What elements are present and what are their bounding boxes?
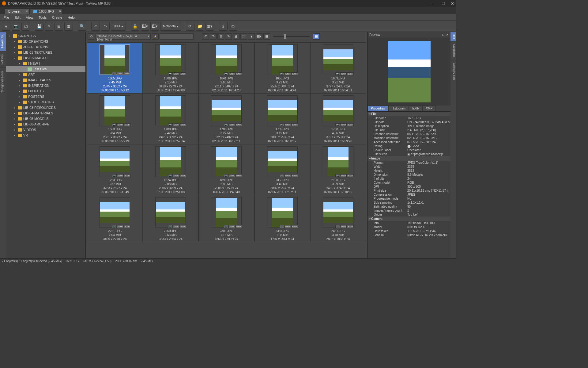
expand-icon[interactable]: ▸ [13, 128, 17, 131]
maximize-button[interactable]: ☐ [442, 1, 445, 6]
thumbnail-cell[interactable]: 📷GNPEXIF1605.JPG2.45 MiB2375 x 3562 x 24… [87, 42, 143, 93]
addr-button[interactable]: ✎ [225, 33, 232, 40]
thumbnail-cell[interactable]: 📷GNPEXIF2309.JPG1.13 MiB1866 x 2799 x 24 [198, 195, 254, 242]
expand-icon[interactable]: ▸ [13, 112, 17, 115]
thumbnail-cell[interactable]: 📷GNPEXIF2130.JPG3.99 MiB2495 x 3743 x 24… [310, 144, 366, 195]
thumbnail-cell[interactable]: 📷GNPEXIF1793.JPG3.37 MiB3783 x 2522 x 24… [87, 144, 143, 195]
addr-button[interactable]: ▼ [248, 33, 255, 40]
doc-tab[interactable]: Browser✕ [5, 8, 29, 14]
expand-icon[interactable]: ▸ [13, 117, 17, 120]
tree-node[interactable]: ▾GRAPHICS [6, 33, 85, 39]
prop-tab-xmp[interactable]: XMP [422, 105, 436, 111]
expand-icon[interactable]: ▾ [8, 35, 12, 37]
expand-icon[interactable]: ▾ [13, 57, 17, 59]
toolbar-button[interactable]: 📁 [196, 22, 204, 31]
expand-icon[interactable]: ▸ [13, 123, 17, 126]
sidetab-category-sets[interactable]: Category Sets [450, 60, 456, 83]
toolbar-button[interactable]: ✎ [45, 22, 53, 31]
expand-icon[interactable]: ▾ [18, 62, 21, 65]
tree-node[interactable]: ▸INSPIRATION [6, 83, 85, 88]
thumbnail-cell[interactable]: 📷GNPEXIF2451.JPG3.70 MiB2802 x 1868 x 24 [310, 195, 366, 242]
addr-button[interactable]: 🗑 [233, 33, 239, 40]
toolbar-button[interactable]: Metadata ▾ [160, 22, 181, 31]
addr-button[interactable]: ↷ [210, 33, 217, 40]
tree-node[interactable]: ▾LIB-02-IMAGES [6, 55, 85, 61]
addr-button[interactable]: ⬚ [240, 33, 247, 40]
sidetab-folders[interactable]: Folders [0, 51, 6, 67]
thumbnail-cell[interactable]: 📷GNPEXIF1606.JPG2.15 MiB3419 x 2279 x 24… [143, 42, 198, 93]
menu-create[interactable]: Create [52, 16, 62, 19]
path-dropdown[interactable]: 'HICS\LIB-02-IMAGES\[ NEW ]\Test Pics\ [96, 33, 151, 40]
addr-button[interactable]: ↶ [202, 33, 209, 40]
tree-node[interactable]: ▸VR [6, 132, 85, 138]
tree-node[interactable]: ▸2D-CREATIONS [6, 39, 85, 44]
tree-node[interactable]: ▾[ NEW ] [6, 61, 85, 66]
menu-help[interactable]: Help [68, 16, 75, 19]
tree-node[interactable]: ▸VIDEOS [6, 127, 85, 132]
thumbnail-cell[interactable]: 📷GNPEXIF2221.JPG2.04 MiB3405 x 2270 x 24 [87, 195, 143, 242]
thumbnail-cell[interactable]: 📷GNPEXIF1700.JPG2.42 MiB2461 x 3692 x 24… [143, 93, 198, 144]
toolbar-button[interactable]: ↶ [91, 22, 100, 31]
close-panel-icon[interactable]: ✕ [446, 33, 449, 36]
prop-section[interactable]: Camera [368, 217, 450, 221]
tree-node[interactable]: ▸STOCK IMAGES [6, 99, 85, 105]
addr-button[interactable]: ⊟ [217, 33, 224, 40]
toolbar-button[interactable]: 🗂 [21, 22, 30, 31]
expand-icon[interactable]: ▸ [13, 40, 17, 43]
sidetab-favorites[interactable]: Favorites [0, 32, 6, 51]
toolbar-button[interactable]: 🔍 [78, 22, 86, 31]
sidetab-categories-filter[interactable]: Categories Filter [0, 67, 6, 96]
toolbar-button[interactable]: ▦▾ [205, 22, 214, 31]
tree-node[interactable]: ▸3D-CREATIONS [6, 44, 85, 50]
toolbar-button[interactable]: JPEG▾ [111, 22, 126, 31]
menu-file[interactable]: File [4, 16, 9, 19]
expand-icon[interactable]: ▸ [18, 101, 21, 104]
tree-node[interactable]: ▸POSTERS [6, 94, 85, 99]
thumbnail-cell[interactable]: 📷GNPEXIF1641.JPG2.68 MiB2311 x 3467 x 24… [198, 42, 254, 93]
expand-icon[interactable]: ▸ [18, 95, 21, 98]
favorite-star-button[interactable]: ★ [152, 33, 159, 40]
expand-icon[interactable]: ▸ [18, 73, 21, 76]
sidetab-categories[interactable]: Categories [450, 42, 456, 60]
tree-node[interactable]: ▸ART [6, 72, 85, 77]
thumbnail-cell[interactable]: 📷GNPEXIF2055.JPG3.46 MiB3802 x 2535 x 24… [254, 144, 310, 195]
tree-node[interactable]: ▸IMAGE PACKS [6, 77, 85, 83]
expand-icon[interactable]: ▸ [13, 134, 17, 137]
thumbnail-cell[interactable]: 📷GNPEXIF1653.JPG3.22 MiB2539 x 3808 x 24… [254, 42, 310, 93]
tree-node[interactable]: ▸OBJECTS [6, 88, 85, 94]
close-tab-icon[interactable]: ✕ [59, 10, 61, 13]
toolbar-button[interactable]: 🖼▾ [150, 22, 159, 31]
close-button[interactable]: ✕ [451, 1, 454, 6]
thumbnail-cell[interactable]: 📷GNPEXIF1708.JPG3.27 MiB3723 x 2482 x 24… [198, 93, 254, 144]
menu-tools[interactable]: Tools [39, 16, 47, 19]
toolbar-button[interactable]: ▦ [64, 22, 73, 31]
thumbnail-cell[interactable]: 📷GNPEXIF2387.JPG1.08 MiB1707 x 2561 x 24 [254, 195, 310, 242]
toolbar-button[interactable]: ⟳ [186, 22, 194, 31]
prop-tab-histogram[interactable]: Histogram [388, 105, 409, 111]
expand-icon[interactable]: ▸ [18, 79, 21, 82]
thumbnail-cell[interactable]: 📷GNPEXIF1890.JPG2.88 MiB2506 x 3759 x 24… [198, 144, 254, 195]
filter-input[interactable] [160, 33, 194, 40]
prop-tab-exif[interactable]: EXIF [409, 105, 422, 111]
doc-tab[interactable]: 1605.JPG✕ [30, 8, 63, 14]
addr-button[interactable]: ▦▾ [256, 33, 262, 40]
expand-icon[interactable]: ▸ [13, 106, 17, 109]
thumbnail-area[interactable]: 📷GNPEXIF1605.JPG2.45 MiB2375 x 3562 x 24… [86, 41, 367, 258]
expand-icon[interactable]: ▸ [18, 84, 21, 87]
toolbar-button[interactable]: 🖼▾ [141, 22, 149, 31]
tree-node[interactable]: ▸LIB-05-MODELS [6, 116, 85, 121]
prop-section[interactable]: File [368, 112, 450, 116]
toolbar-button[interactable]: ⚙ [229, 22, 237, 31]
thumbnail-cell[interactable]: 📷GNPEXIF1738.JPG4.06 MiB3797 x 2531 x 24… [310, 93, 366, 144]
toolbar-button[interactable]: ↷ [101, 22, 110, 31]
thumbnail-cell[interactable]: 📷GNPEXIF1709.JPG3.19 MiB3808 x 2539 x 24… [254, 93, 310, 144]
tree-node[interactable]: ▸LIB-04-MATERIALS [6, 110, 85, 116]
expand-icon[interactable]: ▸ [13, 46, 17, 48]
view-mode-button[interactable]: ▦ [313, 33, 320, 40]
prop-tab-properties[interactable]: Properties [368, 105, 388, 111]
close-tab-icon[interactable]: ✕ [25, 10, 28, 13]
thumbnail-cell[interactable]: 📷GNPEXIF2260.JPG2.63 MiB3833 x 2554 x 24 [143, 195, 198, 242]
toolbar-button[interactable]: 🔒 [131, 22, 139, 31]
thumbnail-cell[interactable]: 📷GNPEXIF1659.JPG3.21 MiB3727 x 2485 x 24… [310, 42, 366, 93]
expand-icon[interactable]: ▸ [13, 51, 17, 54]
